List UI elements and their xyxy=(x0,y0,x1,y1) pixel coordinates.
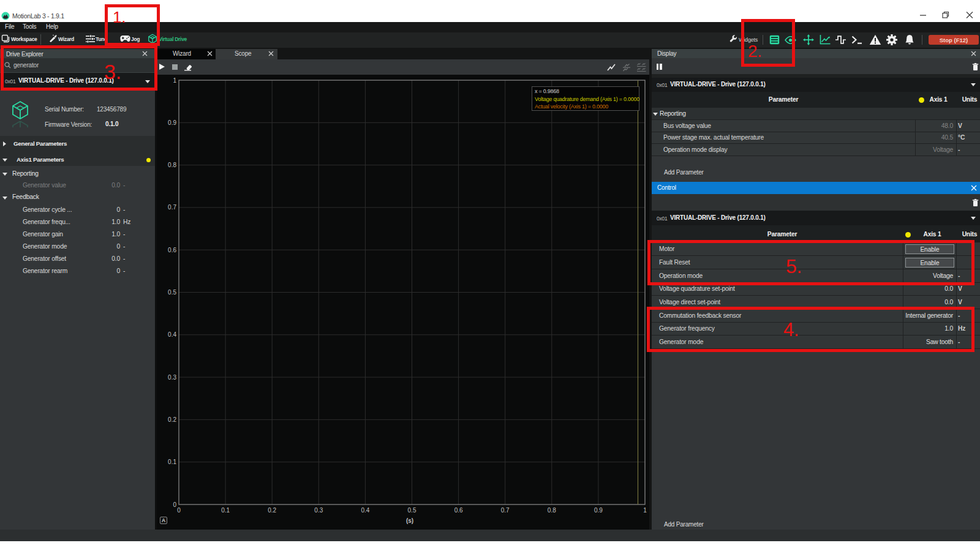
svg-text:0.4: 0.4 xyxy=(168,331,176,338)
svg-text:0.1: 0.1 xyxy=(168,459,176,465)
svg-text:0.9: 0.9 xyxy=(594,507,603,514)
svg-text:0.2: 0.2 xyxy=(268,507,276,514)
svg-text:1: 1 xyxy=(173,77,176,84)
svg-text:0: 0 xyxy=(173,501,176,508)
svg-text:0.7: 0.7 xyxy=(501,507,510,514)
svg-text:0.8: 0.8 xyxy=(548,507,556,514)
svg-text:0.8: 0.8 xyxy=(168,162,176,168)
svg-text:0.5: 0.5 xyxy=(168,289,176,296)
svg-text:(s): (s) xyxy=(406,517,413,524)
svg-text:0: 0 xyxy=(177,507,181,514)
svg-text:0.1: 0.1 xyxy=(221,507,230,514)
svg-text:0.3: 0.3 xyxy=(168,374,176,381)
svg-text:0.5: 0.5 xyxy=(408,507,417,514)
svg-text:0.6: 0.6 xyxy=(168,247,176,253)
svg-text:0.7: 0.7 xyxy=(168,204,176,211)
svg-text:0.4: 0.4 xyxy=(361,507,369,514)
svg-text:1: 1 xyxy=(643,507,647,514)
svg-text:0.3: 0.3 xyxy=(314,507,323,514)
svg-text:0.6: 0.6 xyxy=(454,507,463,514)
svg-text:0.2: 0.2 xyxy=(168,416,176,423)
svg-text:0.9: 0.9 xyxy=(168,119,176,126)
